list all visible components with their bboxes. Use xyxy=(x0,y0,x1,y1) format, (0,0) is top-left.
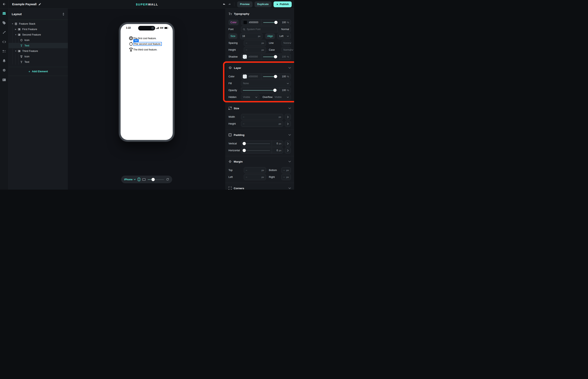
tree-item-feature-stack[interactable]: ▼ Feature Stack xyxy=(8,21,68,26)
redo-button[interactable] xyxy=(228,3,231,6)
shadow-opacity-slider[interactable] xyxy=(263,55,278,58)
columns-icon xyxy=(17,49,21,53)
width-expand-button[interactable] xyxy=(285,114,291,120)
shadow-hex-value[interactable]: #000000 xyxy=(248,55,258,58)
landscape-icon[interactable] xyxy=(142,178,146,181)
shadow-opacity-value-cell[interactable]: 100 % xyxy=(279,54,291,60)
overflow-select[interactable]: Visible xyxy=(272,94,291,100)
color-hex-value[interactable]: #000000 xyxy=(249,21,258,24)
layer-opacity-value-cell[interactable]: 100 % xyxy=(279,74,291,79)
tree-item-second-feature[interactable]: ▼ Second Feature xyxy=(8,32,68,37)
margin-right-input[interactable]: – px xyxy=(281,174,291,180)
height-expand-button[interactable] xyxy=(285,121,291,127)
bell-icon[interactable] xyxy=(2,59,6,63)
feature-row-third[interactable]: The third cool feature. xyxy=(129,47,165,52)
opacity-value-cell[interactable]: 100 % xyxy=(279,87,291,93)
feature-row-second[interactable]: Text The second cool feature. xyxy=(129,42,165,46)
tree-item-label: Second Feature xyxy=(22,33,41,36)
layer-color-hex-cell[interactable]: #000000 xyxy=(241,74,261,79)
collapse-icon[interactable]: ▼ xyxy=(14,50,17,52)
hidden-select[interactable]: Visible xyxy=(241,94,259,100)
color-opacity-slider-cell xyxy=(261,20,279,25)
layout-icon[interactable] xyxy=(2,11,6,15)
duplicate-button[interactable]: Duplicate xyxy=(254,1,271,7)
publish-button[interactable]: Publish xyxy=(273,1,292,7)
layer-color-swatch[interactable] xyxy=(243,75,247,79)
edit-title-button[interactable] xyxy=(38,3,41,6)
back-button[interactable] xyxy=(0,0,8,8)
collapse-section-icon[interactable] xyxy=(288,107,291,109)
terminal-icon[interactable] xyxy=(2,78,6,82)
tag-icon[interactable] xyxy=(2,21,6,25)
collapse-section-icon[interactable] xyxy=(288,161,291,162)
size-property-chip[interactable]: Size xyxy=(228,33,237,39)
line-height-input[interactable]: – px xyxy=(244,47,266,53)
height-input[interactable]: – px xyxy=(241,121,283,127)
case-select[interactable]: Normal xyxy=(281,47,291,53)
opacity-slider[interactable] xyxy=(263,21,278,24)
horizontal-value-cell[interactable]: 0 px xyxy=(272,148,283,153)
margin-bottom-input[interactable]: – px xyxy=(281,167,291,173)
horizontal-expand-button[interactable] xyxy=(285,147,291,154)
align-property-chip[interactable]: Align xyxy=(265,33,275,39)
color-opacity-value-cell[interactable]: 100 % xyxy=(279,20,291,25)
align-select[interactable]: Left xyxy=(277,33,291,39)
vertical-value-cell[interactable]: 0 px xyxy=(272,141,283,146)
line-select[interactable]: None xyxy=(281,40,291,46)
font-size-input[interactable]: 16 px xyxy=(240,33,262,39)
color-swatch[interactable] xyxy=(243,20,247,24)
font-search-field[interactable]: System Font xyxy=(241,26,277,32)
vertical-expand-button[interactable] xyxy=(285,141,291,147)
color-property-chip[interactable]: Color xyxy=(228,20,238,25)
margin-top-input[interactable]: – px xyxy=(244,167,266,173)
width-input[interactable]: – px xyxy=(241,114,283,120)
slider-thumb[interactable] xyxy=(152,178,155,181)
add-element-button[interactable]: + Add Element xyxy=(8,67,68,76)
layer-color-opacity-slider[interactable] xyxy=(263,75,278,78)
collapse-section-icon[interactable] xyxy=(288,187,291,189)
sort-icon[interactable] xyxy=(62,13,65,16)
preview-button[interactable]: Preview xyxy=(237,1,252,7)
expand-icon[interactable]: ▶ xyxy=(14,28,17,30)
opacity-slider[interactable] xyxy=(243,89,278,92)
tree-item-third-feature[interactable]: ▼ Third Feature xyxy=(8,48,68,54)
slider-thumb[interactable] xyxy=(243,142,246,145)
slider-thumb[interactable] xyxy=(274,75,277,78)
zoom-slider[interactable] xyxy=(148,178,164,181)
letter-spacing-input[interactable]: – px xyxy=(244,40,266,46)
code-icon[interactable] xyxy=(2,40,6,44)
slider-thumb[interactable] xyxy=(243,149,246,152)
tree-item-icon[interactable]: Icon xyxy=(8,54,68,59)
collapse-icon[interactable]: ▼ xyxy=(14,34,17,36)
shadow-hex-cell[interactable]: #000000 xyxy=(241,54,261,60)
portrait-icon[interactable] xyxy=(138,178,140,181)
tree-item-text-selected[interactable]: Text xyxy=(8,43,68,48)
document-title-group: Example Paywall xyxy=(12,2,41,6)
tree-item-first-feature[interactable]: ▶ First Feature xyxy=(8,26,68,32)
device-selector[interactable]: iPhone xyxy=(124,178,136,181)
slider-thumb[interactable] xyxy=(273,89,277,92)
shadow-color-swatch[interactable] xyxy=(243,55,247,59)
refresh-icon[interactable] xyxy=(166,178,169,181)
margin-left-input[interactable]: – px xyxy=(244,174,266,180)
horizontal-padding-slider[interactable] xyxy=(243,149,270,152)
color-hex-cell[interactable]: #000000 xyxy=(242,20,261,25)
tree-item-text[interactable]: Text xyxy=(8,59,68,65)
slider-thumb[interactable] xyxy=(274,21,278,24)
selected-element-outline[interactable]: Text The second cool feature. xyxy=(133,42,162,46)
checklist-icon[interactable] xyxy=(2,49,6,53)
undo-button[interactable] xyxy=(222,3,226,6)
collapse-icon[interactable]: ▼ xyxy=(11,23,14,25)
layer-color-hex-value[interactable]: #000000 xyxy=(248,75,258,78)
slider-thumb[interactable] xyxy=(274,55,277,58)
tree-item-icon[interactable]: Icon xyxy=(8,37,68,43)
layout-panel-title: Layout xyxy=(12,12,22,16)
font-weight-select[interactable]: Normal xyxy=(277,26,291,32)
gear-icon[interactable] xyxy=(2,68,6,72)
collapse-section-icon[interactable] xyxy=(288,134,291,136)
vertical-padding-slider[interactable] xyxy=(243,142,270,145)
collapse-section-icon[interactable] xyxy=(288,67,291,69)
duplicate-label: Duplicate xyxy=(257,3,269,6)
fill-select[interactable]: None xyxy=(241,80,291,86)
brush-icon[interactable] xyxy=(2,30,6,34)
